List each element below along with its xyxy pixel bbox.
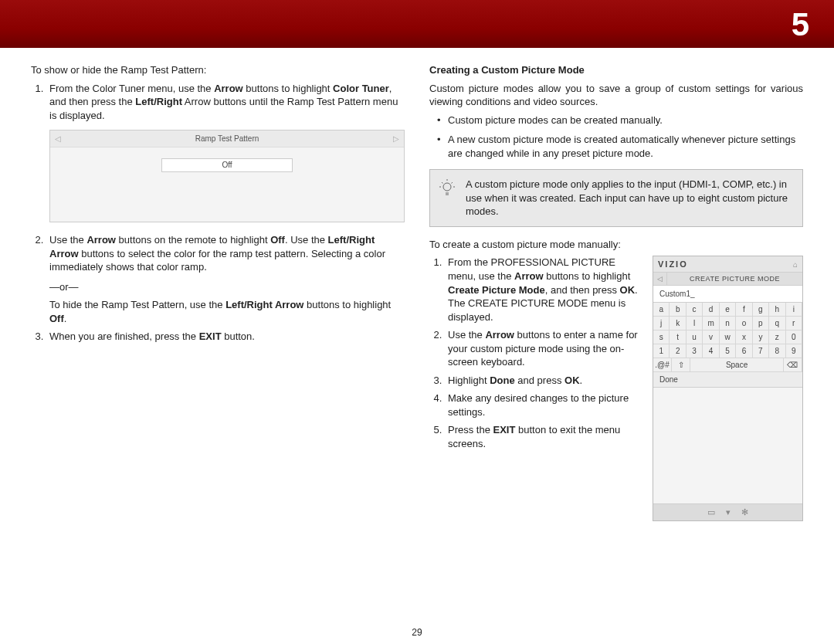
left-intro: To show or hide the Ramp Test Pattern:: [31, 63, 405, 77]
right-intro2: To create a custom picture mode manually…: [429, 238, 803, 252]
key-2: 2: [670, 344, 686, 358]
lightbulb-icon: [438, 179, 456, 198]
section-heading: Creating a Custom Picture Mode: [429, 63, 803, 77]
bold-ok: OK: [564, 375, 580, 386]
key-o: o: [736, 317, 752, 330]
osd-menu-title: CREATE PICTURE MODE: [667, 273, 802, 285]
bold-off: Off: [270, 234, 285, 246]
left-step-2-alt: To hide the Ramp Test Pattern, use the L…: [49, 298, 405, 325]
svg-line-7: [452, 182, 453, 184]
key-t: t: [670, 330, 686, 344]
key-y: y: [753, 330, 769, 344]
osd-footer: ▭ ▾ ✻: [653, 503, 802, 520]
text: . Use the: [285, 234, 328, 246]
osd-mockup: VIZIO ⌂ ◁ CREATE PICTURE MODE Custom1_ a…: [653, 256, 803, 521]
page-number: 29: [412, 627, 422, 638]
key-q: q: [769, 317, 785, 330]
key-b: b: [670, 303, 686, 317]
text: buttons to select the color for the ramp…: [49, 248, 385, 273]
ramp-title: Ramp Test Pattern: [61, 134, 393, 144]
key-n: n: [720, 317, 736, 330]
text: button.: [222, 330, 255, 342]
key-w: w: [720, 330, 736, 344]
bold-exit: EXIT: [493, 424, 516, 436]
bold-cpm: Create Picture Mode: [448, 284, 545, 296]
text: From the Color Tuner menu, use the: [49, 83, 214, 94]
left-step-2: Use the Arrow buttons on the remote to h…: [46, 233, 405, 325]
bold-ok: OK: [620, 284, 636, 296]
osd-header: VIZIO ⌂: [653, 256, 802, 273]
key-backspace: ⌫: [784, 358, 802, 372]
key-x: x: [736, 330, 752, 344]
key-c: c: [687, 303, 703, 317]
bold-arrow: Arrow: [485, 329, 514, 341]
key-z: z: [769, 330, 785, 344]
text: Use the: [448, 329, 485, 341]
key-r: r: [786, 317, 802, 330]
key-a: a: [653, 303, 670, 317]
text: buttons to highlight: [243, 83, 333, 94]
key-g: g: [753, 303, 769, 317]
key-5: 5: [720, 344, 736, 358]
key-1: 1: [653, 344, 670, 358]
osd-done-row: Done: [653, 372, 802, 388]
key-0: 0: [786, 330, 802, 344]
svg-point-0: [443, 183, 451, 191]
right-step-3: Highlight Done and press OK.: [445, 374, 642, 388]
left-column: To show or hide the Ramp Test Pattern: F…: [31, 63, 405, 621]
chevron-left-icon: ◁: [653, 273, 667, 285]
text: , and then press: [545, 284, 620, 296]
bold-lrarrow: Left/Right Arrow: [225, 299, 303, 310]
key-f: f: [736, 303, 752, 317]
key-7: 7: [753, 344, 769, 358]
key-6: 6: [736, 344, 752, 358]
bold-arrow: Arrow: [514, 270, 544, 282]
text: When you are finished, press the: [49, 330, 199, 342]
osd-breadcrumb: ◁ CREATE PICTURE MODE: [653, 273, 802, 286]
left-step-3: When you are finished, press the EXIT bu…: [46, 330, 405, 344]
text: .: [580, 375, 583, 386]
text: buttons to highlight: [544, 270, 631, 282]
right-column: Creating a Custom Picture Mode Custom pi…: [429, 63, 803, 621]
bullet-1: Custom picture modes can be created manu…: [448, 114, 803, 127]
key-s: s: [653, 330, 670, 344]
key-3: 3: [687, 344, 703, 358]
text: .: [64, 313, 67, 324]
key-space: Space: [690, 358, 784, 372]
chapter-banner: 5: [0, 0, 834, 48]
key-shift: ⇧: [672, 358, 690, 372]
bold-exit: EXIT: [199, 330, 222, 342]
key-h: h: [769, 303, 785, 317]
bold-arrow: Arrow: [86, 234, 116, 246]
bold-arrow: Arrow: [214, 83, 243, 94]
text: Use the: [49, 234, 86, 246]
bold-lr: Left/Right: [135, 96, 182, 107]
key-p: p: [753, 317, 769, 330]
tip-text: A custom picture mode only applies to th…: [466, 178, 788, 217]
key-d: d: [703, 303, 719, 317]
right-intro: Custom picture modes allow you to save a…: [429, 82, 803, 109]
bold-colortuner: Color Tuner: [333, 83, 389, 94]
osd-empty-area: [653, 388, 802, 503]
chapter-number: 5: [792, 6, 809, 43]
key-4: 4: [703, 344, 719, 358]
osd-keyboard: abcdefghijklmnopqrstuvwxyz0123456789: [653, 303, 802, 358]
bullet-2: A new custom picture mode is created aut…: [448, 133, 803, 160]
key-9: 9: [786, 344, 802, 358]
right-step-2: Use the Arrow buttons to enter a name fo…: [445, 328, 642, 369]
ramp-header: ◁ Ramp Test Pattern ▷: [50, 130, 404, 147]
chevron-left-icon: ◁: [55, 134, 61, 144]
text: and press: [515, 375, 564, 386]
key-m: m: [703, 317, 719, 330]
home-icon: ⌂: [793, 260, 798, 269]
osd-name-input: Custom1_: [653, 286, 802, 303]
key-8: 8: [769, 344, 785, 358]
page-body: To show or hide the Ramp Test Pattern: F…: [31, 63, 803, 621]
key-l: l: [687, 317, 703, 330]
right-step-4: Make any desired changes to the picture …: [445, 391, 642, 419]
bold-off: Off: [49, 313, 64, 324]
left-step-1: From the Color Tuner menu, use the Arrow…: [46, 82, 405, 223]
text: To hide the Ramp Test Pattern, use the: [49, 299, 225, 310]
key-i: i: [786, 303, 802, 317]
tip-callout: A custom picture mode only applies to th…: [429, 169, 803, 227]
